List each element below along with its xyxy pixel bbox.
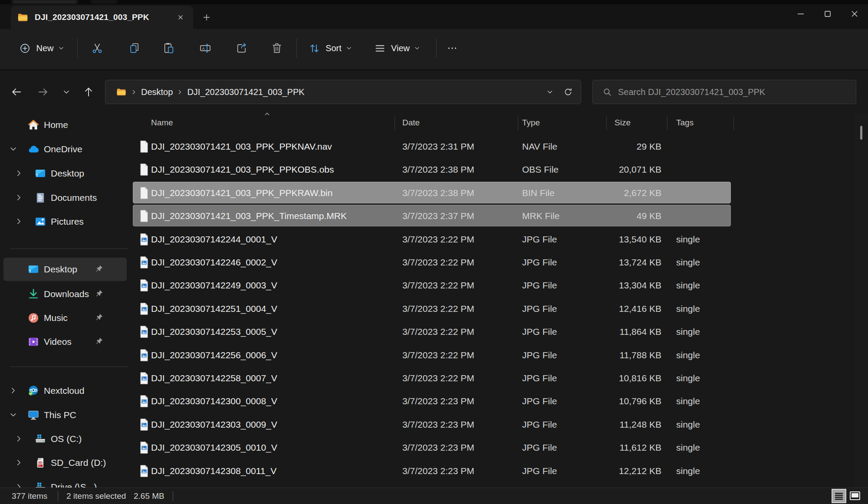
tab-close-button[interactable] [174,11,187,24]
file-type: JPG File [522,459,557,482]
back-button[interactable] [7,82,26,101]
rename-button[interactable]: A [194,37,217,59]
file-type: JPG File [522,344,557,367]
file-tags: single [676,320,700,343]
sidebar-item-onedrive[interactable]: OneDrive [0,140,131,159]
breadcrumb-desktop[interactable]: Desktop [141,87,173,97]
sidebar-item-videos[interactable]: Videos [0,332,131,351]
file-row[interactable]: DJI_20230307142253_0005_V3/7/2023 2:22 P… [131,320,868,343]
file-row[interactable]: DJI_20230307142256_0006_V3/7/2023 2:22 P… [131,344,868,367]
pin-icon [95,313,103,322]
toolbar-separator [296,39,297,58]
file-row[interactable]: DJI_202303071421_003_PPK_PPKRAW.bin3/7/2… [131,181,868,204]
folder-tab[interactable]: DJI_202303071421_003_PPK [11,6,193,29]
column-separator[interactable] [733,116,734,130]
chevron-right-icon[interactable] [15,459,23,466]
column-separator[interactable] [667,116,667,130]
chevron-right-icon[interactable] [15,218,23,225]
file-row[interactable]: DJI_20230307142300_0008_V3/7/2023 2:23 P… [131,389,868,412]
thumbnails-view-button[interactable] [848,489,862,503]
new-tab-button[interactable] [199,10,214,24]
delete-button[interactable] [266,37,288,59]
sort-icon [309,43,320,54]
minimize-button[interactable] [787,4,814,23]
sidebar-item-drive-s[interactable]: Drive (\S...) [0,478,131,488]
sidebar-item-desktop[interactable]: Desktop [0,164,131,183]
file-row[interactable]: DJI_20230307142251_0004_V3/7/2023 2:22 P… [131,297,868,320]
scrollbar-thumb[interactable] [860,126,862,140]
maximize-icon [822,9,833,19]
file-name: DJI_20230307142256_0006_V [151,344,277,367]
sidebar-item-pictures[interactable]: Pictures [0,212,131,231]
file-size: 13,724 KB [575,251,661,274]
chevron-right-icon[interactable] [15,170,23,177]
column-header-date[interactable]: Date [402,118,420,128]
chevron-down-icon[interactable] [10,411,17,419]
column-header-tags[interactable]: Tags [676,118,694,128]
sidebar-item-documents[interactable]: Documents [0,188,131,207]
jpg-file-icon [139,395,149,408]
chevron-right-icon[interactable] [15,483,23,488]
sidebar-item-desktop[interactable]: Desktop [0,260,131,279]
new-button[interactable]: New [11,37,72,59]
forward-button[interactable] [33,82,53,101]
file-row[interactable]: DJI_202303071421_003_PPK_Timestamp.MRK3/… [131,204,868,227]
more-options-button[interactable] [441,37,464,59]
file-date: 3/7/2023 2:23 PM [402,436,474,459]
file-row[interactable]: DJI_202303071421_003_PPK_PPKOBS.obs3/7/2… [131,158,868,181]
address-dropdown-button[interactable] [541,83,559,101]
sidebar-item-home[interactable]: Home [0,115,131,134]
refresh-button[interactable] [559,83,577,101]
chevron-down-icon[interactable] [10,145,17,153]
column-header-row: Name Date Type Size Tags [131,113,868,134]
sort-button[interactable]: Sort [304,37,357,59]
chevron-right-icon[interactable] [15,435,23,442]
file-size: 11,864 KB [575,320,661,343]
videos-icon [27,336,39,348]
sidebar-item-music[interactable]: Music [0,308,131,327]
column-header-name[interactable]: Name [151,118,173,128]
column-separator[interactable] [518,116,518,130]
details-view-button[interactable] [832,489,846,503]
sidebar-item-downloads[interactable]: Downloads [0,285,131,304]
column-separator[interactable] [606,116,607,130]
chevron-right-icon[interactable] [10,387,17,394]
file-row[interactable]: DJI_20230307142308_0011_V3/7/2023 2:23 P… [131,459,868,482]
breadcrumb-current-folder[interactable]: DJI_202303071421_003_PPK [187,87,304,97]
svg-text:SD: SD [38,461,43,465]
file-row[interactable]: DJI_20230307142305_0010_V3/7/2023 2:23 P… [131,436,868,459]
sidebar-item-sd-card-d[interactable]: SDSD_Card (D:) [0,453,131,472]
file-type: MRK File [522,204,559,227]
column-separator[interactable] [395,116,395,130]
paste-button[interactable] [158,37,180,59]
search-box[interactable]: Search DJI_202303071421_003_PPK [592,80,856,104]
copy-button[interactable] [123,37,146,59]
scrollbar-track[interactable] [855,113,868,488]
file-row[interactable]: DJI_202303071421_003_PPK_PPKNAV.nav3/7/2… [131,135,868,158]
chevron-right-icon[interactable] [15,194,23,201]
cut-button[interactable] [86,37,108,59]
file-row[interactable]: DJI_20230307142249_0003_V3/7/2023 2:22 P… [131,274,868,297]
file-row[interactable]: DJI_20230307142303_0009_V3/7/2023 2:23 P… [131,413,868,436]
file-name: DJI_20230307142253_0005_V [151,320,277,343]
file-row[interactable]: DJI_20230307142258_0007_V3/7/2023 2:22 P… [131,367,868,389]
sidebar-item-this-pc[interactable]: This PC [0,406,131,425]
sidebar-item-label: Pictures [51,212,84,231]
file-date: 3/7/2023 2:22 PM [402,367,474,389]
column-header-size[interactable]: Size [615,118,631,128]
file-icon [139,209,149,223]
share-button[interactable] [230,37,253,59]
close-button[interactable] [841,4,868,23]
chevron-down-icon [62,88,70,96]
column-header-type[interactable]: Type [522,118,540,128]
view-button[interactable]: View [370,37,424,59]
file-row[interactable]: DJI_20230307142244_0001_V3/7/2023 2:22 P… [131,228,868,251]
recent-locations-button[interactable] [57,82,76,101]
file-row[interactable]: DJI_20230307142246_0002_V3/7/2023 2:22 P… [131,251,868,274]
up-button[interactable] [79,82,98,101]
address-bar[interactable]: Desktop DJI_202303071421_003_PPK [105,80,581,104]
sidebar-item-nextcloud[interactable]: Nextcloud [0,381,131,400]
jpg-file-icon [139,418,149,431]
sidebar-item-os-c[interactable]: OS (C:) [0,429,131,448]
maximize-button[interactable] [814,4,841,23]
